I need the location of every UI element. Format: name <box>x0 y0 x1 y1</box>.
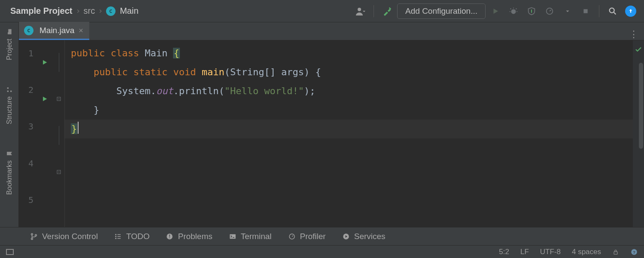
tool-window-bookmarks[interactable]: Bookmarks <box>6 150 13 195</box>
profile-icon[interactable] <box>541 3 558 19</box>
fold-icon[interactable] <box>53 154 64 190</box>
chevron-right-icon <box>75 8 81 14</box>
breadcrumb-src[interactable]: src <box>84 6 95 16</box>
status-bar: 5:2 LF UTF-8 4 spaces ? <box>0 245 644 258</box>
status-caret-position[interactable]: 5:2 <box>499 248 509 256</box>
svg-point-15 <box>115 236 116 237</box>
tool-windows-toggle-icon[interactable] <box>6 249 14 255</box>
svg-point-11 <box>31 238 33 240</box>
tool-todo[interactable]: TODO <box>114 232 150 241</box>
hammer-build-icon[interactable] <box>379 3 395 19</box>
code-content[interactable]: public class Main { public static void m… <box>65 40 633 227</box>
editor-tabs: Main.java × ⋮ <box>19 22 644 40</box>
breadcrumb-class[interactable]: Main <box>120 6 138 16</box>
svg-point-4 <box>610 8 614 12</box>
breadcrumb-project[interactable]: Sample Project <box>10 6 73 16</box>
tool-profiler[interactable]: Profiler <box>288 232 326 241</box>
tab-filename: Main.java <box>39 26 74 35</box>
user-icon[interactable] <box>352 3 368 19</box>
terminal-icon <box>229 233 237 240</box>
svg-rect-18 <box>117 238 121 239</box>
editor-gutter: 1 2 3 4 5 <box>19 40 65 227</box>
checkmark-icon <box>635 46 642 53</box>
bottom-tool-bar: Version Control TODO Problems Terminal P… <box>0 227 644 245</box>
help-icon[interactable]: ? <box>630 248 638 256</box>
line-number: 4 <box>19 154 36 190</box>
svg-point-12 <box>35 234 37 236</box>
class-icon <box>24 26 33 35</box>
text-caret <box>78 122 79 134</box>
svg-point-0 <box>358 8 361 11</box>
stop-icon[interactable] <box>577 3 594 19</box>
svg-rect-5 <box>7 90 8 92</box>
structure-label: Structure <box>6 96 13 124</box>
svg-point-10 <box>31 233 33 235</box>
update-icon[interactable] <box>623 3 639 19</box>
svg-rect-22 <box>230 234 236 239</box>
bookmark-icon <box>6 150 13 157</box>
tool-services[interactable]: Services <box>342 232 386 241</box>
bookmarks-label: Bookmarks <box>6 160 13 195</box>
status-line-separator[interactable]: LF <box>520 248 529 256</box>
branch-icon <box>30 233 38 240</box>
class-icon <box>106 6 115 16</box>
svg-point-17 <box>115 238 116 239</box>
run-gutter-icon[interactable] <box>36 44 53 80</box>
project-label: Project <box>6 39 13 60</box>
marker-bar[interactable] <box>633 40 644 227</box>
line-number: 1 <box>19 44 36 80</box>
tool-window-structure[interactable]: Structure <box>6 86 13 124</box>
structure-icon <box>6 86 13 93</box>
svg-rect-21 <box>170 237 170 238</box>
svg-point-13 <box>115 234 116 235</box>
svg-point-1 <box>511 9 516 14</box>
status-indent[interactable]: 4 spaces <box>572 248 601 256</box>
coverage-icon[interactable] <box>523 3 540 19</box>
fold-icon[interactable] <box>53 80 64 117</box>
kebab-menu-icon[interactable]: ⋮ <box>627 29 641 40</box>
run-icon[interactable] <box>487 3 504 19</box>
tool-terminal[interactable]: Terminal <box>229 232 272 241</box>
svg-text:?: ? <box>633 249 635 254</box>
scrollbar-thumb[interactable] <box>639 63 643 149</box>
navigation-bar: Sample Project src Main Add Configuratio… <box>0 0 644 22</box>
lock-icon[interactable] <box>612 249 619 255</box>
folder-icon <box>6 28 13 35</box>
tab-main-java[interactable]: Main.java × <box>19 22 89 40</box>
status-encoding[interactable]: UTF-8 <box>540 248 561 256</box>
svg-rect-16 <box>117 236 121 237</box>
tool-problems[interactable]: Problems <box>166 232 212 241</box>
close-icon[interactable]: × <box>79 27 83 34</box>
svg-rect-14 <box>117 234 121 235</box>
svg-rect-6 <box>10 90 12 92</box>
chevron-right-icon <box>97 8 103 14</box>
left-tool-strip: Project Structure Bookmarks <box>0 22 19 227</box>
add-configuration-button[interactable]: Add Configuration... <box>397 3 486 19</box>
gauge-icon <box>288 233 296 240</box>
tool-window-project[interactable]: Project <box>6 28 13 60</box>
run-gutter-icon[interactable] <box>36 80 53 117</box>
alert-icon <box>166 233 173 240</box>
line-number: 5 <box>19 190 36 227</box>
line-number: 2 <box>19 80 36 117</box>
svg-rect-25 <box>614 252 617 254</box>
chevron-down-icon[interactable] <box>559 3 576 19</box>
svg-rect-3 <box>583 9 587 13</box>
tool-version-control[interactable]: Version Control <box>30 232 98 241</box>
play-circle-icon <box>342 233 350 240</box>
search-icon[interactable] <box>605 3 621 19</box>
list-icon <box>114 233 122 240</box>
svg-rect-20 <box>170 234 170 236</box>
code-editor[interactable]: 1 2 3 4 5 public class Main { public sta… <box>19 40 644 227</box>
breadcrumb: Sample Project src Main <box>10 6 139 16</box>
svg-rect-7 <box>7 87 8 89</box>
debug-icon[interactable] <box>505 3 522 19</box>
line-number: 3 <box>19 117 36 154</box>
